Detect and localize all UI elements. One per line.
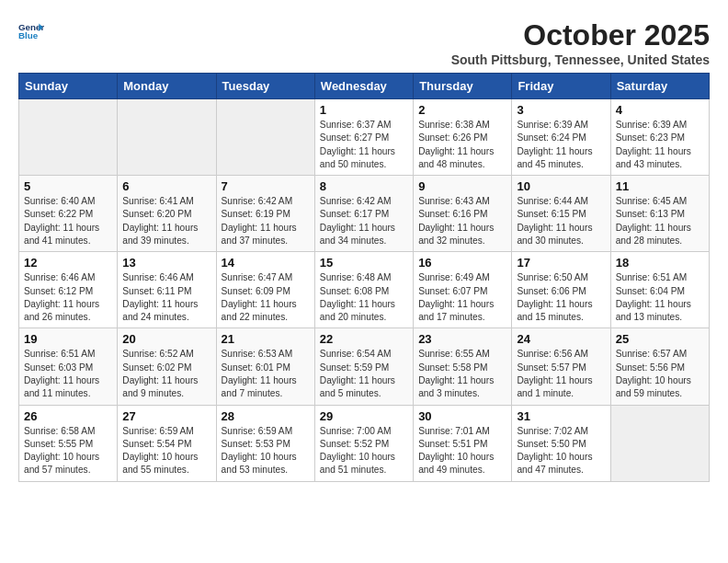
- column-header-saturday: Saturday: [610, 74, 709, 99]
- calendar-cell: 21Sunrise: 6:53 AM Sunset: 6:01 PM Dayli…: [216, 328, 314, 405]
- day-number: 7: [222, 179, 310, 193]
- day-number: 20: [122, 332, 210, 346]
- day-number: 9: [418, 179, 506, 193]
- day-number: 28: [222, 409, 310, 423]
- calendar-cell: [118, 99, 216, 176]
- day-number: 4: [616, 103, 704, 117]
- calendar-cell: [610, 405, 709, 481]
- day-info: Sunrise: 6:58 AM Sunset: 5:55 PM Dayligh…: [24, 425, 112, 477]
- day-info: Sunrise: 6:46 AM Sunset: 6:11 PM Dayligh…: [122, 271, 210, 324]
- calendar-cell: 26Sunrise: 6:58 AM Sunset: 5:55 PM Dayli…: [19, 405, 118, 481]
- day-number: 30: [418, 409, 506, 423]
- day-info: Sunrise: 6:56 AM Sunset: 5:57 PM Dayligh…: [517, 348, 605, 400]
- day-info: Sunrise: 6:38 AM Sunset: 6:26 PM Dayligh…: [418, 119, 506, 171]
- calendar-cell: 28Sunrise: 6:59 AM Sunset: 5:53 PM Dayli…: [216, 405, 314, 481]
- calendar-cell: 25Sunrise: 6:57 AM Sunset: 5:56 PM Dayli…: [610, 328, 709, 405]
- day-info: Sunrise: 6:55 AM Sunset: 5:58 PM Dayligh…: [418, 348, 506, 400]
- calendar-week-5: 26Sunrise: 6:58 AM Sunset: 5:55 PM Dayli…: [19, 405, 710, 481]
- day-number: 29: [320, 409, 408, 423]
- day-number: 15: [320, 256, 408, 270]
- day-info: Sunrise: 6:52 AM Sunset: 6:02 PM Dayligh…: [122, 348, 210, 400]
- day-info: Sunrise: 6:39 AM Sunset: 6:24 PM Dayligh…: [517, 119, 605, 171]
- day-info: Sunrise: 6:53 AM Sunset: 6:01 PM Dayligh…: [222, 348, 310, 400]
- calendar-cell: 15Sunrise: 6:48 AM Sunset: 6:08 PM Dayli…: [314, 252, 413, 328]
- day-number: 23: [418, 332, 506, 346]
- day-number: 12: [24, 256, 112, 270]
- day-info: Sunrise: 6:50 AM Sunset: 6:06 PM Dayligh…: [517, 271, 605, 324]
- location-title: South Pittsburg, Tennessee, United State…: [451, 52, 710, 67]
- calendar-cell: 11Sunrise: 6:45 AM Sunset: 6:13 PM Dayli…: [610, 176, 709, 252]
- calendar-cell: 10Sunrise: 6:44 AM Sunset: 6:15 PM Dayli…: [512, 176, 610, 252]
- calendar-cell: 20Sunrise: 6:52 AM Sunset: 6:02 PM Dayli…: [118, 328, 216, 405]
- calendar-cell: 1Sunrise: 6:37 AM Sunset: 6:27 PM Daylig…: [314, 99, 413, 176]
- day-info: Sunrise: 6:48 AM Sunset: 6:08 PM Dayligh…: [320, 271, 408, 324]
- day-number: 2: [418, 103, 506, 117]
- calendar-cell: 18Sunrise: 6:51 AM Sunset: 6:04 PM Dayli…: [610, 252, 709, 328]
- calendar-cell: 3Sunrise: 6:39 AM Sunset: 6:24 PM Daylig…: [512, 99, 610, 176]
- day-info: Sunrise: 6:45 AM Sunset: 6:13 PM Dayligh…: [616, 195, 704, 247]
- day-info: Sunrise: 6:51 AM Sunset: 6:03 PM Dayligh…: [24, 348, 112, 400]
- calendar-cell: [216, 99, 314, 176]
- calendar-table: SundayMondayTuesdayWednesdayThursdayFrid…: [18, 73, 710, 482]
- day-number: 10: [517, 179, 605, 193]
- logo-icon: General Blue: [18, 18, 44, 44]
- day-number: 6: [122, 179, 210, 193]
- calendar-cell: 17Sunrise: 6:50 AM Sunset: 6:06 PM Dayli…: [512, 252, 610, 328]
- day-info: Sunrise: 6:51 AM Sunset: 6:04 PM Dayligh…: [616, 271, 704, 324]
- calendar-cell: 16Sunrise: 6:49 AM Sunset: 6:07 PM Dayli…: [414, 252, 512, 328]
- calendar-cell: 9Sunrise: 6:43 AM Sunset: 6:16 PM Daylig…: [414, 176, 512, 252]
- day-number: 5: [24, 179, 112, 193]
- day-info: Sunrise: 6:40 AM Sunset: 6:22 PM Dayligh…: [24, 195, 112, 247]
- calendar-cell: 14Sunrise: 6:47 AM Sunset: 6:09 PM Dayli…: [216, 252, 314, 328]
- calendar-cell: 6Sunrise: 6:41 AM Sunset: 6:20 PM Daylig…: [118, 176, 216, 252]
- day-info: Sunrise: 6:37 AM Sunset: 6:27 PM Dayligh…: [320, 119, 408, 171]
- day-number: 16: [418, 256, 506, 270]
- day-info: Sunrise: 6:43 AM Sunset: 6:16 PM Dayligh…: [418, 195, 506, 247]
- day-number: 24: [517, 332, 605, 346]
- day-info: Sunrise: 6:59 AM Sunset: 5:53 PM Dayligh…: [222, 425, 310, 477]
- calendar-cell: 23Sunrise: 6:55 AM Sunset: 5:58 PM Dayli…: [414, 328, 512, 405]
- day-number: 31: [517, 409, 605, 423]
- calendar-cell: 30Sunrise: 7:01 AM Sunset: 5:51 PM Dayli…: [414, 405, 512, 481]
- month-title: October 2025: [451, 18, 710, 52]
- calendar-cell: 12Sunrise: 6:46 AM Sunset: 6:12 PM Dayli…: [19, 252, 118, 328]
- day-number: 17: [517, 256, 605, 270]
- day-info: Sunrise: 6:57 AM Sunset: 5:56 PM Dayligh…: [616, 348, 704, 400]
- svg-text:Blue: Blue: [18, 30, 39, 40]
- calendar-cell: [19, 99, 118, 176]
- day-number: 14: [222, 256, 310, 270]
- calendar-week-3: 12Sunrise: 6:46 AM Sunset: 6:12 PM Dayli…: [19, 252, 710, 328]
- day-number: 27: [122, 409, 210, 423]
- logo: General Blue: [18, 18, 44, 44]
- day-number: 13: [122, 256, 210, 270]
- column-header-tuesday: Tuesday: [216, 74, 314, 99]
- day-info: Sunrise: 7:00 AM Sunset: 5:52 PM Dayligh…: [320, 425, 408, 477]
- day-info: Sunrise: 6:41 AM Sunset: 6:20 PM Dayligh…: [122, 195, 210, 247]
- day-info: Sunrise: 6:54 AM Sunset: 5:59 PM Dayligh…: [320, 348, 408, 400]
- calendar-cell: 4Sunrise: 6:39 AM Sunset: 6:23 PM Daylig…: [610, 99, 709, 176]
- calendar-cell: 27Sunrise: 6:59 AM Sunset: 5:54 PM Dayli…: [118, 405, 216, 481]
- calendar-cell: 13Sunrise: 6:46 AM Sunset: 6:11 PM Dayli…: [118, 252, 216, 328]
- day-info: Sunrise: 6:39 AM Sunset: 6:23 PM Dayligh…: [616, 119, 704, 171]
- day-info: Sunrise: 6:42 AM Sunset: 6:17 PM Dayligh…: [320, 195, 408, 247]
- calendar-week-4: 19Sunrise: 6:51 AM Sunset: 6:03 PM Dayli…: [19, 328, 710, 405]
- calendar-week-1: 1Sunrise: 6:37 AM Sunset: 6:27 PM Daylig…: [19, 99, 710, 176]
- day-number: 21: [222, 332, 310, 346]
- calendar-cell: 2Sunrise: 6:38 AM Sunset: 6:26 PM Daylig…: [414, 99, 512, 176]
- page-header: General Blue October 2025 South Pittsbur…: [18, 18, 710, 67]
- column-header-friday: Friday: [512, 74, 610, 99]
- day-info: Sunrise: 6:42 AM Sunset: 6:19 PM Dayligh…: [222, 195, 310, 247]
- column-header-sunday: Sunday: [19, 74, 118, 99]
- day-info: Sunrise: 7:01 AM Sunset: 5:51 PM Dayligh…: [418, 425, 506, 477]
- column-header-thursday: Thursday: [414, 74, 512, 99]
- day-info: Sunrise: 7:02 AM Sunset: 5:50 PM Dayligh…: [517, 425, 605, 477]
- day-info: Sunrise: 6:49 AM Sunset: 6:07 PM Dayligh…: [418, 271, 506, 324]
- calendar-header-row: SundayMondayTuesdayWednesdayThursdayFrid…: [19, 74, 710, 99]
- day-info: Sunrise: 6:47 AM Sunset: 6:09 PM Dayligh…: [222, 271, 310, 324]
- calendar-cell: 7Sunrise: 6:42 AM Sunset: 6:19 PM Daylig…: [216, 176, 314, 252]
- column-header-wednesday: Wednesday: [314, 74, 413, 99]
- day-info: Sunrise: 6:44 AM Sunset: 6:15 PM Dayligh…: [517, 195, 605, 247]
- day-number: 19: [24, 332, 112, 346]
- day-number: 26: [24, 409, 112, 423]
- calendar-cell: 19Sunrise: 6:51 AM Sunset: 6:03 PM Dayli…: [19, 328, 118, 405]
